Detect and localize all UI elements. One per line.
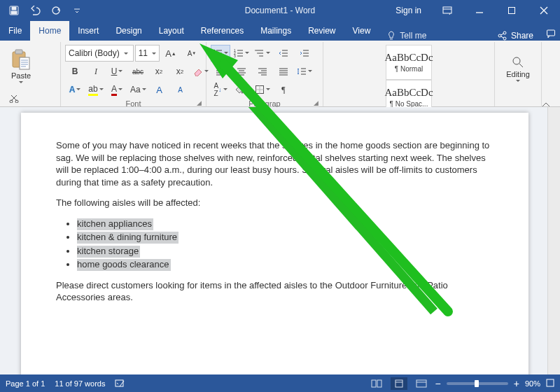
redo-icon[interactable] <box>46 1 66 20</box>
grow-font-a-button[interactable]: A <box>150 81 169 98</box>
show-marks-button[interactable]: ¶ <box>274 81 293 98</box>
read-mode-button[interactable] <box>368 377 385 390</box>
svg-rect-12 <box>20 57 29 69</box>
font-color-button[interactable]: A <box>107 81 127 98</box>
tab-review[interactable]: Review <box>300 21 344 41</box>
cut-button[interactable] <box>7 91 21 105</box>
shading-button[interactable] <box>232 81 251 98</box>
list-item: kitchen & dining furniture <box>77 231 493 244</box>
sort-button[interactable]: AZ↓ <box>211 81 230 98</box>
eraser-icon <box>193 66 203 76</box>
svg-point-24 <box>255 50 256 51</box>
paste-button[interactable]: Paste <box>7 45 35 90</box>
tab-file[interactable]: File <box>0 21 30 41</box>
svg-rect-1 <box>11 11 17 14</box>
svg-rect-9 <box>547 30 555 36</box>
bulleted-list: kitchen appliances kitchen & dining furn… <box>77 218 493 271</box>
selected-text[interactable]: home goods clearance <box>77 259 171 271</box>
web-layout-button[interactable] <box>413 377 430 390</box>
underline-button[interactable]: U <box>107 63 127 80</box>
tab-layout[interactable]: Layout <box>150 21 192 41</box>
bold-button[interactable]: B <box>65 63 85 80</box>
group-editing: Editing <box>495 42 542 106</box>
ribbon-display-options-icon[interactable] <box>431 0 463 21</box>
qat-customize-icon[interactable] <box>67 1 87 20</box>
close-button[interactable] <box>528 0 560 21</box>
subscript-button[interactable]: x2 <box>149 63 169 80</box>
selected-text[interactable]: kitchen storage <box>77 246 140 258</box>
zoom-level[interactable]: 90% <box>525 379 540 388</box>
proofing-icon[interactable] <box>115 378 126 389</box>
justify-button[interactable] <box>274 63 293 80</box>
chevron-down-icon <box>152 52 156 57</box>
borders-button[interactable] <box>253 81 272 98</box>
tab-design[interactable]: Design <box>107 21 150 41</box>
align-right-button[interactable] <box>253 63 272 80</box>
status-bar: Page 1 of 1 11 of 97 words − + 90% <box>0 374 560 392</box>
comments-icon[interactable] <box>542 29 560 41</box>
change-case-button[interactable]: Aa <box>128 81 148 98</box>
strikethrough-button[interactable]: abc <box>128 63 148 80</box>
decrease-indent-button[interactable] <box>274 45 293 62</box>
text-effects-button[interactable]: A <box>65 81 85 98</box>
find-icon[interactable] <box>512 56 524 69</box>
svg-rect-39 <box>416 380 426 387</box>
svg-rect-36 <box>372 380 376 387</box>
grow-font-button[interactable]: A▲ <box>161 45 181 62</box>
vertical-scrollbar[interactable] <box>547 107 560 374</box>
multilevel-list-button[interactable] <box>253 45 272 62</box>
save-icon[interactable] <box>4 1 24 20</box>
numbering-button[interactable]: 123 <box>232 45 251 62</box>
font-size-value: 11 <box>139 48 148 58</box>
share-button[interactable]: Share <box>489 31 542 41</box>
zoom-slider[interactable] <box>447 382 508 385</box>
shrink-font-a-button[interactable]: A <box>171 81 190 98</box>
align-left-button[interactable] <box>211 63 230 80</box>
tab-insert[interactable]: Insert <box>69 21 107 41</box>
page-indicator[interactable]: Page 1 of 1 <box>6 379 45 388</box>
selected-text[interactable]: kitchen appliances <box>77 218 153 230</box>
minimize-button[interactable] <box>463 0 496 21</box>
word-count[interactable]: 11 of 97 words <box>55 379 105 388</box>
style-normal[interactable]: AaBbCcDc¶ Normal <box>386 45 432 80</box>
maximize-button[interactable] <box>496 0 528 21</box>
group-font: Calibri (Body) 11 A▲ A▼ B I U abc x2 x2 … <box>61 42 206 106</box>
editing-label[interactable]: Editing <box>506 70 530 78</box>
zoom-in-button[interactable]: + <box>514 378 519 389</box>
dialog-launcher-icon[interactable]: ◢ <box>312 99 320 107</box>
sign-in-link[interactable]: Sign in <box>386 0 431 21</box>
shrink-font-button[interactable]: A▼ <box>182 45 202 62</box>
tab-mailings[interactable]: Mailings <box>252 21 300 41</box>
paragraph: Please direct customers looking for item… <box>56 279 493 304</box>
font-size-combo[interactable]: 11 <box>135 45 160 62</box>
tell-me-search[interactable]: Tell me <box>379 31 435 41</box>
svg-point-29 <box>513 57 520 64</box>
svg-point-3 <box>52 7 59 14</box>
increase-indent-button[interactable] <box>295 45 314 62</box>
tab-references[interactable]: References <box>192 21 252 41</box>
undo-icon[interactable] <box>25 1 45 20</box>
zoom-out-button[interactable]: − <box>435 378 441 389</box>
svg-text:3: 3 <box>234 54 236 57</box>
print-layout-button[interactable] <box>391 377 407 390</box>
list-item: kitchen storage <box>77 245 493 258</box>
page[interactable]: Some of you may have noticed in recent w… <box>21 113 528 374</box>
dialog-launcher-icon[interactable]: ◢ <box>195 99 203 107</box>
group-clipboard: Paste Clipboard◢ <box>3 42 61 106</box>
font-name-combo[interactable]: Calibri (Body) <box>65 45 134 62</box>
align-center-button[interactable] <box>232 63 251 80</box>
paste-icon <box>11 49 31 70</box>
line-spacing-button[interactable] <box>295 63 314 80</box>
zoom-slider-thumb[interactable] <box>475 380 479 387</box>
fullscreen-icon[interactable] <box>546 379 554 388</box>
selected-text[interactable]: kitchen & dining furniture <box>77 232 178 244</box>
tab-view[interactable]: View <box>344 21 379 41</box>
tab-home[interactable]: Home <box>30 21 69 41</box>
highlight-button[interactable]: ab <box>86 81 106 98</box>
italic-button[interactable]: I <box>86 63 106 80</box>
bullets-button[interactable] <box>211 45 230 62</box>
share-icon <box>497 31 507 41</box>
outdent-icon <box>279 49 288 57</box>
superscript-button[interactable]: x2 <box>170 63 190 80</box>
list-item: kitchen appliances <box>77 218 493 230</box>
